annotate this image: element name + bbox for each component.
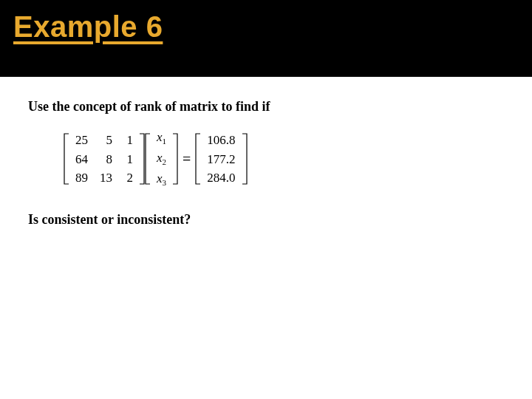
var-x1: x1	[151, 128, 172, 149]
coef-r2c2: 8	[94, 150, 118, 168]
coef-r1c2: 5	[94, 131, 118, 149]
var-x2: x2	[151, 149, 172, 169]
rhs-b2: 177.2	[201, 150, 241, 168]
slide-title: Example 6	[13, 10, 519, 44]
variable-vector: x1 x2 x3	[151, 128, 172, 190]
equals-sign: =	[178, 151, 195, 168]
matrix-equation: 25 5 1 64 8 1 89 13 2	[64, 128, 504, 190]
question-text: Is consistent or inconsistent?	[28, 212, 504, 228]
left-bracket-icon	[195, 133, 201, 185]
coefficient-matrix: 25 5 1 64 8 1 89 13 2	[69, 131, 139, 187]
rhs-vector: 106.8 177.2 284.0	[201, 131, 241, 187]
content-area: Use the concept of rank of matrix to fin…	[0, 77, 532, 250]
intro-text: Use the concept of rank of matrix to fin…	[28, 99, 504, 115]
coef-r1c1: 25	[69, 131, 94, 149]
coef-r3c1: 89	[69, 168, 94, 187]
coef-r2c3: 1	[118, 150, 139, 168]
rhs-b1: 106.8	[201, 131, 241, 149]
coef-r1c3: 1	[118, 131, 139, 149]
title-bar: Example 6	[0, 0, 532, 77]
coef-r3c2: 13	[94, 168, 118, 187]
right-bracket-icon	[139, 133, 145, 185]
right-bracket-icon	[242, 133, 248, 185]
left-bracket-icon	[64, 133, 69, 185]
right-bracket-icon	[172, 133, 178, 185]
rhs-b3: 284.0	[201, 168, 241, 187]
coef-r2c1: 64	[69, 150, 94, 168]
left-bracket-icon	[145, 133, 151, 185]
var-x3: x3	[151, 169, 172, 190]
coef-r3c3: 2	[118, 168, 139, 187]
